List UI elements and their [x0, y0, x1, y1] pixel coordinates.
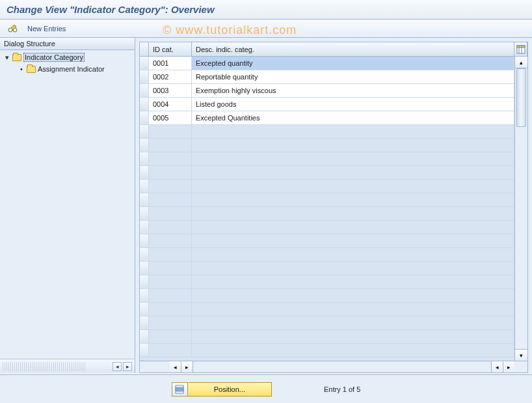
dialog-structure-panel: Dialog Structure ▾ Indicator Category • … [0, 38, 135, 373]
table-row-empty [140, 221, 514, 234]
row-selector[interactable] [140, 166, 149, 179]
cell-empty [149, 248, 192, 261]
column-header-desc[interactable]: Desc. indic. categ. [192, 42, 514, 56]
cell-empty [149, 262, 192, 275]
row-selector[interactable] [140, 344, 149, 357]
row-selector[interactable] [140, 303, 149, 316]
tree-scroll-left-button[interactable]: ◂ [113, 362, 122, 371]
table-row[interactable]: 0001Excepted quantity [140, 57, 514, 70]
row-selector[interactable] [140, 84, 149, 97]
table-row-empty [140, 152, 514, 166]
table-row-empty [140, 275, 514, 289]
row-selector[interactable] [140, 234, 149, 247]
tree-collapse-icon[interactable]: ▾ [4, 53, 10, 62]
row-selector[interactable] [140, 152, 149, 165]
cell-empty [149, 139, 192, 152]
hscroll-left2-button[interactable]: ▸ [181, 361, 193, 372]
row-selector[interactable] [140, 70, 149, 83]
cell-id-cat[interactable]: 0002 [149, 70, 192, 83]
splitter-grip-icon[interactable] [3, 362, 85, 371]
row-selector[interactable] [140, 57, 149, 70]
cell-desc[interactable]: Reportable quantity [192, 70, 514, 83]
table-row-empty [140, 303, 514, 316]
table-row[interactable]: 0002Reportable quantity [140, 70, 514, 84]
table-config-icon [516, 45, 525, 54]
column-header-id-cat[interactable]: ID cat. [149, 42, 192, 56]
cell-empty [149, 303, 192, 316]
horizontal-scrollbar[interactable]: ◂ ▸ ◂ ▸ [140, 361, 527, 372]
table-row-empty [140, 316, 514, 330]
table-row-empty [140, 166, 514, 180]
cell-empty [149, 330, 192, 343]
table-row-empty [140, 289, 514, 303]
row-selector[interactable] [140, 248, 149, 261]
row-selector[interactable] [140, 180, 149, 193]
cell-id-cat[interactable]: 0001 [149, 57, 192, 70]
folder-icon [27, 66, 36, 73]
cell-empty [149, 316, 192, 329]
cell-empty [192, 262, 514, 275]
table-settings-button[interactable] [514, 42, 527, 56]
row-selector[interactable] [140, 98, 149, 111]
page-title-text: Change View "Indicator Category": Overvi… [7, 4, 215, 15]
scroll-thumb[interactable] [516, 68, 526, 127]
position-button[interactable]: Position... [172, 382, 272, 396]
cell-empty [192, 303, 514, 316]
row-selector[interactable] [140, 275, 149, 288]
table-row[interactable]: 0004Listed goods [140, 98, 514, 111]
hscroll-left-button[interactable]: ◂ [170, 361, 181, 372]
svg-rect-5 [176, 388, 183, 391]
page-title: Change View "Indicator Category": Overvi… [0, 0, 532, 20]
row-selector[interactable] [140, 330, 149, 343]
scroll-track[interactable] [515, 68, 527, 349]
table-header-row: ID cat. Desc. indic. categ. [140, 42, 527, 57]
tree-node-assignment-indicator[interactable]: • Assignment Indicator [0, 63, 135, 75]
tree-node-label: Indicator Category [23, 53, 85, 62]
tree-node-indicator-category[interactable]: ▾ Indicator Category [0, 51, 135, 63]
scroll-down-button[interactable]: ▾ [515, 349, 527, 361]
row-selector[interactable] [140, 221, 149, 234]
row-selector[interactable] [140, 207, 149, 220]
cell-empty [192, 139, 514, 152]
sidebar-splitter[interactable]: ◂ ▸ [0, 359, 135, 373]
tree-node-label: Assignment Indicator [38, 65, 105, 73]
cell-empty [192, 180, 514, 193]
scroll-up-button[interactable]: ▴ [515, 57, 527, 68]
hscroll-right2-button[interactable]: ▸ [503, 361, 514, 372]
tree-scroll-right-button[interactable]: ▸ [123, 362, 132, 371]
cell-desc[interactable]: Exemption highly viscous [192, 84, 514, 97]
table-row-empty [140, 139, 514, 152]
table-row[interactable]: 0003Exemption highly viscous [140, 84, 514, 98]
toggle-display-button[interactable] [5, 22, 21, 35]
cell-empty [192, 166, 514, 179]
row-selector[interactable] [140, 262, 149, 275]
hscroll-right-button[interactable]: ◂ [491, 361, 503, 372]
row-selector[interactable] [140, 125, 149, 138]
cell-desc[interactable]: Excepted quantity [192, 57, 514, 70]
vertical-scrollbar[interactable]: ▴ ▾ [514, 57, 527, 361]
cell-id-cat[interactable]: 0003 [149, 84, 192, 97]
table-row-empty [140, 262, 514, 275]
table-row-empty [140, 234, 514, 248]
new-entries-label: New Entries [27, 25, 66, 33]
folder-open-icon [12, 54, 21, 61]
dialog-structure-tree: ▾ Indicator Category • Assignment Indica… [0, 50, 135, 359]
table-row-empty [140, 193, 514, 207]
cell-id-cat[interactable]: 0005 [149, 111, 192, 124]
table-row[interactable]: 0005Excepted Quantities [140, 111, 514, 125]
new-entries-button[interactable]: New Entries [25, 23, 68, 34]
table-row-empty [140, 180, 514, 193]
row-selector[interactable] [140, 289, 149, 302]
table-select-all[interactable] [140, 42, 149, 56]
row-selector[interactable] [140, 316, 149, 329]
cell-empty [192, 152, 514, 165]
table-row-empty [140, 248, 514, 262]
row-selector[interactable] [140, 139, 149, 152]
cell-id-cat[interactable]: 0004 [149, 98, 192, 111]
cell-desc[interactable]: Excepted Quantities [192, 111, 514, 124]
cell-empty [192, 248, 514, 261]
cell-desc[interactable]: Listed goods [192, 98, 514, 111]
row-selector[interactable] [140, 111, 149, 124]
row-selector[interactable] [140, 193, 149, 206]
cell-empty [149, 207, 192, 220]
